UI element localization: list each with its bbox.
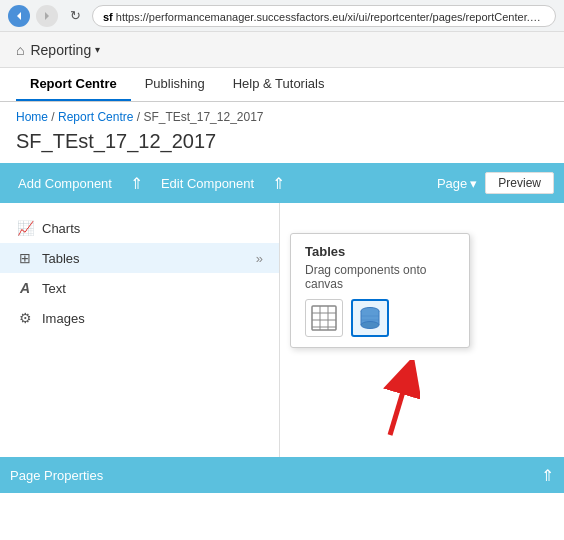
page-properties-collapse-icon[interactable]: ⇑ bbox=[541, 466, 554, 485]
toolbar-right: Page ▾ Preview bbox=[437, 172, 554, 194]
grid-table-icon-box[interactable] bbox=[305, 299, 343, 337]
edit-component-label: Edit Component bbox=[161, 176, 254, 191]
edit-component-button[interactable]: Edit Component bbox=[153, 172, 262, 195]
tooltip-title: Tables bbox=[305, 244, 455, 259]
canvas-area: 📈 Charts ⊞ Tables » A Text ⚙ Images Tabl… bbox=[0, 203, 564, 463]
add-component-button[interactable]: Add Component bbox=[10, 172, 120, 195]
app-header: ⌂ Reporting ▾ bbox=[0, 32, 564, 68]
sf-label: sf bbox=[103, 11, 113, 23]
arrow-container bbox=[360, 360, 420, 443]
text-icon: A bbox=[16, 280, 34, 296]
charts-label: Charts bbox=[42, 221, 80, 236]
right-canvas: Tables Drag components onto canvas bbox=[280, 203, 564, 463]
left-panel: 📈 Charts ⊞ Tables » A Text ⚙ Images bbox=[0, 203, 280, 463]
refresh-button[interactable]: ↻ bbox=[64, 5, 86, 27]
reporting-chevron: ▾ bbox=[95, 44, 100, 55]
reporting-label: Reporting bbox=[30, 42, 91, 58]
preview-button[interactable]: Preview bbox=[485, 172, 554, 194]
svg-rect-2 bbox=[312, 306, 336, 330]
browser-bar: ↻ sf https://performancemanager.successf… bbox=[0, 0, 564, 32]
tables-arrow: » bbox=[256, 251, 263, 266]
toolbar-collapse-icon[interactable]: ⇑ bbox=[130, 174, 143, 193]
svg-marker-1 bbox=[45, 12, 49, 20]
database-table-icon bbox=[355, 303, 385, 333]
svg-point-12 bbox=[361, 322, 379, 329]
breadcrumb-report-centre[interactable]: Report Centre bbox=[58, 110, 133, 124]
breadcrumb-page-name: SF_TEst_17_12_2017 bbox=[143, 110, 263, 124]
main-area: Add Component ⇑ Edit Component ⇑ Page ▾ … bbox=[0, 163, 564, 493]
nav-tabs: Report Centre Publishing Help & Tutorial… bbox=[0, 68, 564, 102]
panel-item-images[interactable]: ⚙ Images bbox=[0, 303, 279, 333]
edit-collapse-icon[interactable]: ⇑ bbox=[272, 174, 285, 193]
url-text: https://performancemanager.successfactor… bbox=[116, 11, 556, 23]
images-icon: ⚙ bbox=[16, 310, 34, 326]
page-button[interactable]: Page ▾ bbox=[437, 176, 477, 191]
panel-item-text[interactable]: A Text bbox=[0, 273, 279, 303]
tooltip-icons bbox=[305, 299, 455, 337]
svg-marker-0 bbox=[17, 12, 21, 20]
page-title: SF_TEst_17_12_2017 bbox=[0, 128, 564, 163]
breadcrumb-home[interactable]: Home bbox=[16, 110, 48, 124]
forward-button[interactable] bbox=[36, 5, 58, 27]
red-arrow-icon bbox=[360, 360, 420, 440]
reporting-menu[interactable]: Reporting ▾ bbox=[30, 42, 100, 58]
grid-table-icon bbox=[309, 303, 339, 333]
page-chevron: ▾ bbox=[470, 176, 477, 191]
panel-item-tables[interactable]: ⊞ Tables » bbox=[0, 243, 279, 273]
page-label: Page bbox=[437, 176, 467, 191]
tab-report-centre[interactable]: Report Centre bbox=[16, 68, 131, 101]
page-properties-bar[interactable]: Page Properties ⇑ bbox=[0, 457, 564, 493]
charts-icon: 📈 bbox=[16, 220, 34, 236]
text-label: Text bbox=[42, 281, 66, 296]
toolbar: Add Component ⇑ Edit Component ⇑ Page ▾ … bbox=[0, 163, 564, 203]
breadcrumb: Home / Report Centre / SF_TEst_17_12_201… bbox=[0, 102, 564, 128]
tab-help-tutorials[interactable]: Help & Tutorials bbox=[219, 68, 339, 101]
tables-label: Tables bbox=[42, 251, 80, 266]
svg-line-16 bbox=[390, 375, 408, 435]
add-component-label: Add Component bbox=[18, 176, 112, 191]
tab-publishing[interactable]: Publishing bbox=[131, 68, 219, 101]
database-table-icon-box[interactable] bbox=[351, 299, 389, 337]
page-properties-label: Page Properties bbox=[10, 468, 103, 483]
panel-item-charts[interactable]: 📈 Charts bbox=[0, 213, 279, 243]
tooltip-description: Drag components onto canvas bbox=[305, 263, 455, 291]
url-bar[interactable]: sf https://performancemanager.successfac… bbox=[92, 5, 556, 27]
images-label: Images bbox=[42, 311, 85, 326]
home-icon[interactable]: ⌂ bbox=[16, 42, 24, 58]
tables-icon: ⊞ bbox=[16, 250, 34, 266]
back-button[interactable] bbox=[8, 5, 30, 27]
tooltip-popup: Tables Drag components onto canvas bbox=[290, 233, 470, 348]
